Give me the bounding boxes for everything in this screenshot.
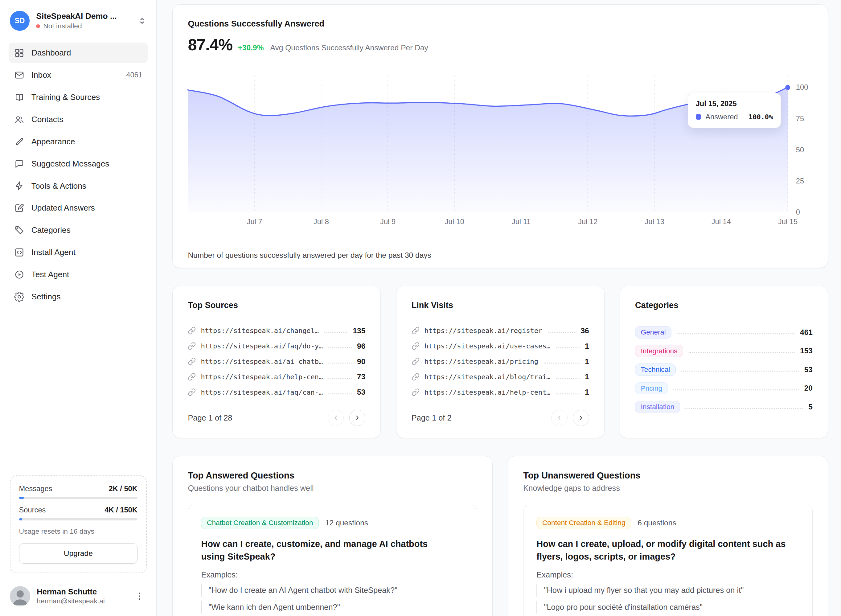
source-row[interactable]: https://sitespeak.ai/help-cen…73 <box>188 370 365 385</box>
card-title: Top Unanswered Questions <box>523 471 813 481</box>
x-axis-label: Jul 10 <box>445 218 464 226</box>
link-visit-row[interactable]: https://sitespeak.ai/help-cent…1 <box>412 384 589 400</box>
dotted-leader <box>556 347 579 348</box>
page-info: Page 1 of 28 <box>188 414 232 422</box>
source-count: 90 <box>357 357 365 366</box>
example-quote: "Wie kann ich den Agent umbennen?" <box>201 601 464 613</box>
sidebar-item-categories[interactable]: Categories <box>9 220 148 241</box>
y-axis-label: 50 <box>796 145 804 154</box>
x-axis-label: Jul 12 <box>578 218 598 226</box>
sources-usage-value: 4K / 150K <box>104 506 138 514</box>
dotted-leader <box>673 389 799 390</box>
source-row[interactable]: https://sitespeak.ai/ai-chatb…90 <box>188 354 365 370</box>
prev-page-button[interactable] <box>551 410 567 426</box>
dashboard-icon <box>14 48 24 58</box>
tooltip-value: 100.0% <box>749 113 773 121</box>
sidebar-item-label: Updated Answers <box>31 203 142 213</box>
question-count: 12 questions <box>325 519 368 527</box>
avatar <box>10 586 31 607</box>
sources-usage-row: Sources 4K / 150K <box>19 506 138 514</box>
example-quote: "Logo pro pour société d'installation ca… <box>536 601 799 613</box>
workspace-selector[interactable]: SD SiteSpeakAI Demo ... Not installed <box>9 10 148 31</box>
category-count: 5 <box>808 403 813 411</box>
sidebar-item-label: Contacts <box>31 115 142 124</box>
dotted-leader <box>324 332 347 333</box>
card-subtitle: Knowledge gaps to address <box>523 484 813 493</box>
contacts-icon <box>14 114 24 125</box>
source-row[interactable]: https://sitespeak.ai/changel…135 <box>188 323 365 339</box>
y-axis-label: 100 <box>796 83 808 92</box>
top-answered-questions-card: Top Answered Questions Questions your ch… <box>172 456 493 616</box>
sidebar-item-label: Suggested Messages <box>31 159 142 169</box>
next-page-button[interactable] <box>349 410 366 426</box>
link-icon <box>188 373 196 381</box>
y-axis-label: 0 <box>796 208 800 216</box>
user-account-row[interactable]: Herman Schutte herman@sitespeak.ai <box>9 579 148 608</box>
link-visit-row[interactable]: https://sitespeak.ai/use-cases…1 <box>412 339 589 354</box>
sidebar-item-dashboard[interactable]: Dashboard <box>9 43 148 63</box>
status-dot <box>36 24 40 28</box>
link-icon <box>188 327 196 334</box>
user-name: Herman Schutte <box>37 587 105 596</box>
question-category-pill: Chatbot Creation & Customization <box>201 517 318 529</box>
dotted-leader <box>328 393 352 395</box>
source-count: 73 <box>357 373 365 381</box>
link-icon <box>412 373 420 381</box>
visit-url: https://sitespeak.ai/register <box>425 327 542 334</box>
link-icon <box>188 388 196 396</box>
link-visit-row[interactable]: https://sitespeak.ai/pricing1 <box>412 354 589 370</box>
sidebar-item-training-sources[interactable]: Training & Sources <box>9 87 148 108</box>
dotted-leader <box>689 352 795 353</box>
sidebar-item-settings[interactable]: Settings <box>9 286 148 307</box>
top-unanswered-questions-card: Top Unanswered Questions Knowledge gaps … <box>508 456 828 616</box>
usage-box: Messages 2K / 50K Sources 4K / 150K Usag… <box>10 475 147 573</box>
sidebar-item-label: Appearance <box>31 137 142 147</box>
category-count: 461 <box>800 328 813 337</box>
sidebar-item-suggested-messages[interactable]: Suggested Messages <box>9 154 148 174</box>
dotted-leader <box>681 371 799 372</box>
link-visit-row[interactable]: https://sitespeak.ai/register36 <box>412 323 589 339</box>
example-quote: "How i upload my flyer so that you may a… <box>536 584 799 596</box>
dotted-leader <box>328 347 352 348</box>
usage-reset-note: Usage resets in 16 days <box>19 527 138 535</box>
source-row[interactable]: https://sitespeak.ai/faq/do-y…96 <box>188 339 365 354</box>
dotted-leader <box>556 378 579 379</box>
stat-row: 87.4% +30.9% Avg Questions Successfully … <box>188 35 813 54</box>
questions-answered-card: Questions Successfully Answered 87.4% +3… <box>172 4 828 268</box>
dots-vertical-icon[interactable] <box>133 589 147 603</box>
question-item: Content Creation & Editing 6 questions H… <box>523 505 813 616</box>
answered-chart[interactable]: Jul 7Jul 8Jul 9Jul 10Jul 11Jul 12Jul 13J… <box>188 76 813 243</box>
sidebar-item-test-agent[interactable]: Test Agent <box>9 264 148 285</box>
sources-progress-track <box>19 518 138 521</box>
visit-count: 1 <box>585 357 589 366</box>
sidebar-item-updated-answers[interactable]: Updated Answers <box>9 198 148 219</box>
sidebar-item-contacts[interactable]: Contacts <box>9 109 148 130</box>
chart-footnote: Number of questions successfully answere… <box>173 243 828 268</box>
dotted-leader <box>544 362 580 364</box>
chart-plot[interactable]: Jul 7Jul 8Jul 9Jul 10Jul 11Jul 12Jul 13J… <box>188 76 788 213</box>
card-title: Link Visits <box>412 300 589 310</box>
category-pill: Installation <box>635 401 680 413</box>
sidebar-item-tools-actions[interactable]: Tools & Actions <box>9 176 148 197</box>
x-axis-label: Jul 8 <box>314 218 329 226</box>
next-page-button[interactable] <box>573 410 589 426</box>
chart-tooltip: Jul 15, 2025 Answered 100.0% <box>688 93 781 128</box>
visit-url: https://sitespeak.ai/pricing <box>425 358 538 365</box>
link-visit-row[interactable]: https://sitespeak.ai/blog/trai…1 <box>412 370 589 385</box>
messages-usage-label: Messages <box>19 485 53 493</box>
link-icon <box>188 357 196 365</box>
sidebar-item-appearance[interactable]: Appearance <box>9 131 148 152</box>
upgrade-button[interactable]: Upgrade <box>19 543 138 564</box>
lightning-icon <box>14 181 24 191</box>
y-axis-label: 75 <box>796 114 804 123</box>
category-pill: Pricing <box>635 382 668 395</box>
source-count: 135 <box>353 327 365 335</box>
source-row[interactable]: https://sitespeak.ai/faq/can-…53 <box>188 384 365 400</box>
sidebar-item-inbox[interactable]: Inbox 4061 <box>9 65 148 85</box>
prev-page-button[interactable] <box>328 410 344 426</box>
app-root: SD SiteSpeakAI Demo ... Not installed Da… <box>0 0 841 616</box>
pagination: Page 1 of 2 <box>412 400 589 426</box>
workspace-status: Not installed <box>36 22 131 30</box>
y-axis-label: 25 <box>796 177 804 185</box>
sidebar-item-install-agent[interactable]: Install Agent <box>9 242 148 263</box>
